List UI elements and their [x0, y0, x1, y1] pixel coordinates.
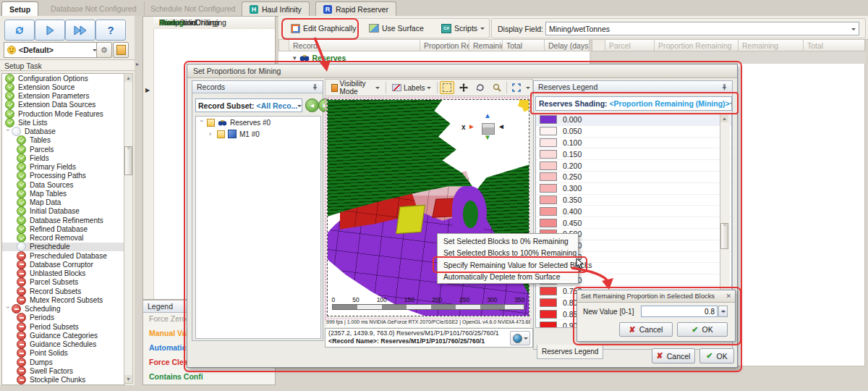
legend-entry-row[interactable]: 0.150 [536, 148, 731, 160]
setup-task-item[interactable]: › Parcels [2, 145, 124, 154]
setup-task-item[interactable]: › Periods [2, 314, 124, 322]
setup-task-item[interactable]: › Fields [2, 154, 124, 162]
collapse-arrow-icon[interactable]: ▸ [136, 61, 139, 67]
setup-task-item[interactable]: › Guidance Schedules [2, 340, 124, 349]
tab-haul-infinity[interactable]: H Haul Infinity [242, 1, 310, 16]
setup-task-item[interactable]: › Tables [2, 136, 124, 145]
zoom-extents-button[interactable] [509, 81, 524, 94]
setup-task-item[interactable]: › Swell Factors [2, 366, 124, 375]
help-button[interactable]: ? [95, 20, 126, 41]
setup-task-item[interactable]: › Record Removal [2, 234, 124, 243]
setup-task-item[interactable]: › Initial Database [2, 207, 124, 216]
setup-task-item[interactable]: › Data Sources [2, 180, 124, 189]
legend-entry-row[interactable]: 0.300 [536, 183, 731, 195]
setup-task-item[interactable]: › Dumps [2, 358, 124, 366]
dialog-ok-button[interactable]: ✔OK [699, 348, 734, 363]
context-menu-item[interactable]: Set Selected Blocks to 0% Remaining [438, 235, 578, 248]
edit-graphically-button[interactable]: Edit Graphically [286, 20, 362, 36]
close-icon[interactable]: ✕ [726, 293, 731, 300]
setup-task-item[interactable]: › Processing Paths [2, 172, 124, 180]
dialog-cancel-button[interactable]: ✘Cancel [652, 348, 695, 363]
scroll-down-icon[interactable]: ▼ [124, 375, 132, 383]
expand-chevron-icon[interactable]: › [198, 120, 205, 125]
legend-entry-row[interactable]: 0.200 [536, 160, 731, 172]
setup-task-item[interactable]: › Extension Parameters [2, 92, 124, 101]
visibility-mode-button[interactable]: Visibility Mode [328, 77, 383, 98]
legend-entry-row[interactable]: 0.400 [536, 206, 731, 217]
pin-icon[interactable] [312, 83, 318, 91]
tree-scrollbar[interactable]: ▲ ≡ ▼ [124, 73, 133, 384]
column-header[interactable]: Record [289, 40, 420, 51]
context-menu-item[interactable]: Specify Remaining Value for Selected Blo… [438, 259, 578, 272]
pan-button[interactable] [456, 81, 471, 94]
small-ok-button[interactable]: ✔OK [677, 322, 728, 337]
setup-task-item[interactable]: › Unblasted Blocks [2, 269, 124, 278]
value-spinner[interactable] [718, 306, 728, 317]
records-tree-row[interactable]: › Reserves #0 [196, 117, 320, 128]
context-menu-item[interactable]: Set Selected Blocks to 100% Remaining [438, 248, 578, 260]
tab-schedule-not-configured[interactable]: Schedule Not Configured [143, 1, 243, 15]
setup-task-item[interactable]: › Extension Data Sources [2, 101, 124, 109]
scrollbar-thumb[interactable]: ≡ [124, 146, 132, 175]
pin-icon[interactable] [721, 83, 728, 91]
setup-task-item[interactable]: › Database Refinements [2, 216, 124, 224]
reserves-shading-combobox[interactable]: Reserves Shading: <Proportion Remaining … [535, 96, 732, 111]
setup-task-item[interactable]: › Prescheduled Database [2, 251, 124, 260]
tab-rapid-reserver[interactable]: R Rapid Reserver [315, 1, 396, 16]
3d-viewport[interactable]: x ► ◄ ▲ ▼ 050100150200250300350 [327, 99, 529, 316]
setup-task-item[interactable]: › Record Subsets [2, 287, 124, 295]
setup-task-item[interactable]: › Extension Source [2, 83, 124, 91]
setup-task-item[interactable]: › Database [2, 127, 124, 136]
setup-task-item[interactable]: › Production Mode Features [2, 109, 124, 118]
setup-task-item[interactable]: › Refined Database [2, 224, 124, 233]
column-header[interactable]: Total [503, 40, 545, 51]
use-surface-button[interactable]: Use Surface [364, 20, 429, 36]
labels-button[interactable]: Labels [388, 82, 435, 94]
setup-task-item[interactable]: › Map Tables [2, 189, 124, 198]
spin-down-icon[interactable] [721, 311, 726, 315]
setup-task-item[interactable]: › Period Subsets [2, 322, 124, 331]
setup-task-item[interactable]: › Site Lists [2, 118, 124, 127]
refresh-button[interactable] [4, 20, 35, 41]
zoom-button[interactable] [490, 81, 504, 94]
scroll-up-icon[interactable]: ▲ [720, 114, 728, 122]
record-subset-combobox[interactable]: Record Subset: <All Reco... [195, 98, 302, 112]
setup-task-item[interactable]: › Configuration Options [2, 74, 124, 83]
column-header[interactable]: Proportion Remaining [420, 40, 469, 51]
setup-task-item[interactable]: › Point Solids [2, 349, 124, 358]
scripts-button[interactable]: C# Scripts [436, 20, 490, 36]
setup-task-item[interactable]: › Parcel Subsets [2, 278, 124, 287]
records-tree-row[interactable]: › M1 #0 [196, 128, 320, 140]
reserves-legend-tab[interactable]: Reserves Legend [537, 345, 603, 359]
setup-task-item[interactable]: › Map Data [2, 198, 124, 207]
expand-chevron-icon[interactable]: ▾ [293, 54, 297, 62]
context-menu-item[interactable]: Automatically Deplete from Surface [438, 272, 578, 284]
checkbox-icon[interactable] [207, 119, 215, 127]
rectangle-select-button[interactable] [440, 81, 454, 94]
reserves-group-row[interactable]: ▾ Reserves [278, 51, 590, 64]
expand-chevron-icon[interactable]: › [4, 129, 12, 135]
view-options-button[interactable] [510, 331, 530, 345]
run-button[interactable] [35, 20, 65, 41]
legend-entry-row[interactable]: 0.000 [536, 114, 731, 126]
activity-row[interactable]: Mining [153, 17, 275, 29]
profile-combobox[interactable]: <Default> [4, 42, 101, 58]
setup-task-item[interactable]: › Preschedule [2, 243, 124, 251]
setup-task-item[interactable]: › Scheduling [2, 305, 124, 314]
setup-task-item[interactable]: › Stockpile Chunks [2, 376, 124, 384]
scroll-up-icon[interactable]: ▲ [124, 74, 132, 82]
setup-task-item[interactable]: › Database Corruptor [2, 260, 124, 269]
prev-record-button[interactable]: ◀ [305, 98, 319, 112]
display-field-combobox[interactable]: Mining/wetTonnes [545, 22, 859, 35]
expand-chevron-icon[interactable]: › [209, 130, 214, 138]
legend-entry-row[interactable]: 0.350 [536, 195, 731, 206]
column-header[interactable]: Remaining [469, 40, 503, 51]
new-value-input[interactable] [641, 306, 718, 317]
tab-setup[interactable]: Setup [1, 1, 38, 16]
tab-database-not-configured[interactable]: Database Not Configured [43, 1, 145, 15]
legend-entry-row[interactable]: 0.250 [536, 172, 731, 183]
orbit-button[interactable] [473, 81, 488, 94]
checkbox-icon[interactable] [217, 130, 225, 138]
scrollbar-thumb[interactable]: ≡ [720, 223, 728, 249]
small-cancel-button[interactable]: ✘Cancel [619, 322, 673, 337]
